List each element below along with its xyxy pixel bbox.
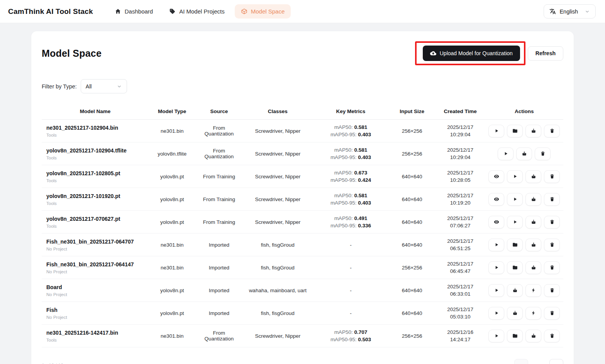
play-button[interactable]	[488, 261, 504, 274]
table-row: Fish No Project yolov8n.pt Imported fish…	[42, 302, 563, 325]
folder-button[interactable]	[507, 261, 523, 274]
play-button[interactable]	[488, 330, 504, 342]
source-cell: From Training	[196, 188, 243, 211]
nav-item-dashboard[interactable]: Dashboard	[108, 4, 159, 19]
download-button[interactable]	[507, 307, 523, 320]
table-row: yolov8n_20251217-070627.pt Tools yolov8n…	[42, 211, 563, 234]
page-title: Model Space	[42, 48, 102, 59]
model-project: Tools	[46, 201, 146, 206]
eye-button[interactable]	[488, 170, 504, 183]
metrics-cell: mAP50: 0.581 mAP50-95: 0.403	[313, 188, 388, 211]
upload-model-button[interactable]: Upload Model for Quantization	[423, 46, 520, 61]
model-name: Fish_ne301_bin_20251217-064707	[46, 239, 146, 245]
delete-icon	[549, 196, 555, 202]
play-button[interactable]	[507, 170, 523, 183]
delete-button[interactable]	[544, 284, 560, 297]
actions-cell	[485, 142, 563, 165]
play-button[interactable]	[488, 239, 504, 251]
classes-cell: fish, fisgGroud	[242, 234, 313, 256]
pagination-controls: 1/2	[514, 359, 563, 364]
map50-value: 0.581	[354, 124, 367, 130]
play-button[interactable]	[488, 284, 504, 297]
column-header-classes: Classes	[242, 103, 313, 120]
download-button[interactable]	[516, 147, 532, 160]
metrics-cell: mAP50: 0.707 mAP50-95: 0.503	[313, 325, 388, 347]
package-icon	[241, 8, 247, 15]
delete-button[interactable]	[544, 307, 560, 320]
folder-icon	[512, 333, 518, 339]
delete-icon	[549, 242, 555, 247]
type-filter-select[interactable]: All	[81, 79, 127, 93]
model-name: Board	[46, 284, 146, 290]
download-button[interactable]	[507, 284, 523, 297]
created-time: 05:03:10	[438, 313, 483, 320]
delete-button[interactable]	[544, 216, 560, 229]
metrics-cell: mAP50: 0.581 mAP50-95: 0.403	[313, 142, 388, 165]
lightning-button[interactable]	[525, 307, 541, 320]
model-type-cell: ne301.bin	[149, 234, 196, 256]
column-header-key-metrics: Key Metrics	[313, 103, 388, 120]
delete-button[interactable]	[544, 330, 560, 342]
play-icon	[494, 242, 499, 247]
input-size-cell: 640×640	[388, 302, 436, 325]
model-project: No Project	[46, 247, 146, 251]
delete-button[interactable]	[544, 239, 560, 251]
next-page-button[interactable]	[549, 359, 563, 364]
column-header-source: Source	[196, 103, 243, 120]
play-icon	[512, 196, 518, 202]
download-button[interactable]	[525, 193, 541, 206]
delete-button[interactable]	[544, 125, 560, 137]
delete-button[interactable]	[544, 193, 560, 206]
download-button[interactable]	[525, 239, 541, 251]
delete-button[interactable]	[544, 261, 560, 274]
play-button[interactable]	[507, 216, 523, 229]
eye-button[interactable]	[488, 216, 504, 229]
model-name: ne301_20251217-102904.bin	[46, 125, 146, 131]
play-button[interactable]	[498, 147, 513, 160]
download-button[interactable]	[525, 330, 541, 342]
download-button[interactable]	[525, 125, 541, 137]
model-type-cell: yolov8n.pt	[149, 279, 196, 302]
source-cell: From Quantization	[196, 325, 243, 347]
map50-label: mAP50:	[334, 329, 353, 335]
table-row: yolov8n_20251217-102805.pt Tools yolov8n…	[42, 165, 563, 188]
classes-cell: Screwdriver, Nipper	[242, 211, 313, 234]
model-name: yolov8n_20251217-101920.pt	[46, 193, 146, 199]
folder-button[interactable]	[507, 239, 523, 251]
model-name: Fish_ne301_bin_20251217-064147	[46, 261, 146, 267]
download-button[interactable]	[525, 261, 541, 274]
source-cell: From Training	[196, 211, 243, 234]
play-button[interactable]	[488, 125, 504, 137]
created-time: 06:45:47	[438, 267, 483, 275]
play-icon	[494, 265, 499, 270]
app-logo[interactable]: CamThink AI Tool Stack	[8, 7, 93, 16]
created-time: 10:19:20	[438, 199, 483, 207]
nav-item-model-space[interactable]: Model Space	[235, 4, 291, 19]
delete-button[interactable]	[544, 170, 560, 183]
model-name-cell: yolov8n_20251217-102904.tflite Tools	[42, 142, 149, 165]
play-button[interactable]	[488, 307, 504, 320]
refresh-button[interactable]: Refresh	[528, 46, 563, 61]
previous-page-button[interactable]	[514, 359, 528, 364]
table-row: ne301_20251216-142417.bin Tools ne301.bi…	[42, 325, 563, 347]
language-selector[interactable]: English	[544, 4, 596, 19]
play-button[interactable]	[507, 193, 523, 206]
nav-item-ai-model-projects[interactable]: AI Model Projects	[163, 4, 231, 19]
input-size-cell: 640×640	[388, 279, 436, 302]
download-button[interactable]	[525, 216, 541, 229]
download-button[interactable]	[525, 170, 541, 183]
model-type-cell: yolov8n.tflite	[149, 142, 196, 165]
created-time: 07:06:27	[438, 222, 483, 229]
eye-button[interactable]	[488, 193, 504, 206]
folder-button[interactable]	[507, 330, 523, 342]
delete-button[interactable]	[535, 147, 551, 160]
input-size-cell: 256×256	[388, 120, 436, 142]
created-date: 2025/12/17	[438, 169, 483, 176]
model-name-cell: yolov8n_20251217-102805.pt Tools	[42, 165, 149, 188]
folder-button[interactable]	[507, 125, 523, 137]
lightning-button[interactable]	[525, 284, 541, 297]
type-filter-value: All	[86, 83, 92, 90]
folder-icon	[512, 265, 518, 270]
created-date: 2025/12/17	[438, 306, 483, 313]
model-name: ne301_20251216-142417.bin	[46, 330, 146, 336]
